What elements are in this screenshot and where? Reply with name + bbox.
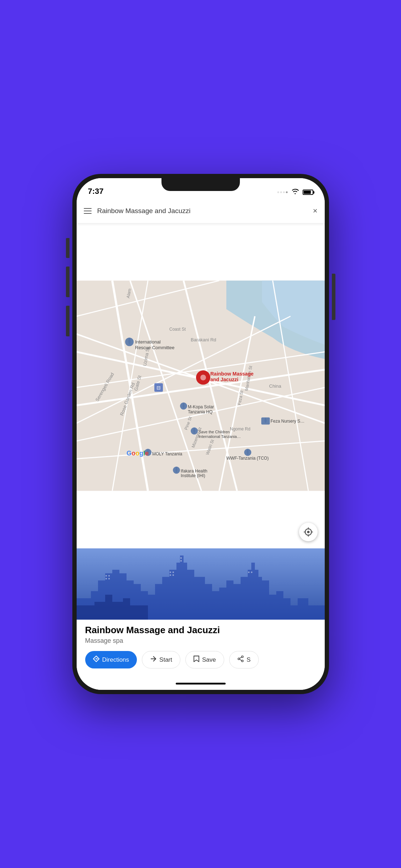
directions-label: Directions — [102, 656, 129, 663]
phone-frame: 7:37 — [72, 174, 329, 694]
map-area[interactable]: Serengeti Road Rose Garden Rd Gate St Uz… — [77, 223, 325, 548]
svg-text:Rainbow Massage: Rainbow Massage — [210, 371, 254, 377]
clear-search-button[interactable]: × — [313, 206, 318, 216]
my-location-button[interactable] — [299, 523, 318, 541]
svg-rect-64 — [108, 578, 110, 579]
svg-text:WWF-Tanzania (TCO): WWF-Tanzania (TCO) — [226, 456, 269, 461]
svg-text:Save the Children: Save the Children — [199, 430, 230, 434]
svg-text:Tanzania HQ: Tanzania HQ — [188, 409, 212, 414]
svg-text:Ifakara Health: Ifakara Health — [181, 469, 207, 474]
place-info: Rainbow Massage and Jacuzzi Massage spa — [77, 620, 325, 645]
home-bar — [176, 683, 226, 684]
save-label: Save — [202, 656, 216, 663]
search-bar[interactable]: Rainbow Massage and Jacuzzi × — [77, 199, 325, 223]
start-icon — [150, 656, 156, 664]
svg-text:MOLY Tanzania: MOLY Tanzania — [152, 451, 182, 456]
share-label: S — [247, 656, 251, 663]
battery-icon — [303, 190, 313, 195]
svg-rect-65 — [170, 572, 171, 573]
wifi-icon — [291, 188, 299, 196]
svg-line-78 — [240, 659, 242, 661]
svg-rect-66 — [173, 572, 174, 573]
svg-rect-72 — [251, 572, 252, 573]
save-icon — [194, 656, 199, 664]
svg-rect-71 — [248, 572, 250, 573]
svg-text:International Tanzania…: International Tanzania… — [199, 434, 241, 439]
svg-rect-63 — [106, 578, 107, 579]
svg-text:Barakani Rd: Barakani Rd — [191, 337, 216, 342]
svg-text:M-Kopa Solar: M-Kopa Solar — [188, 404, 214, 409]
place-type: Massage spa — [85, 637, 316, 645]
svg-text:Ngome Rd: Ngome Rd — [230, 427, 250, 432]
svg-text:Google: Google — [127, 450, 149, 457]
share-icon — [237, 656, 244, 664]
signal-icon — [277, 191, 288, 193]
svg-text:Feza Nursery S…: Feza Nursery S… — [271, 419, 304, 424]
menu-button[interactable] — [84, 208, 92, 214]
status-time: 7:37 — [88, 187, 104, 196]
action-buttons: Directions Start — [77, 645, 325, 677]
map-canvas: Serengeti Road Rose Garden Rd Gate St Uz… — [77, 223, 325, 548]
svg-rect-62 — [108, 575, 110, 577]
place-image — [77, 548, 325, 620]
svg-text:Institute (IHI): Institute (IHI) — [181, 473, 205, 478]
volume-down-button[interactable] — [66, 267, 70, 297]
notch — [161, 178, 240, 191]
svg-text:Rescue Committee: Rescue Committee — [135, 345, 175, 350]
place-name: Rainbow Massage and Jacuzzi — [85, 625, 316, 636]
start-button[interactable]: Start — [142, 651, 180, 668]
svg-text:China: China — [269, 383, 282, 389]
place-panel: Rainbow Massage and Jacuzzi Massage spa … — [77, 548, 325, 677]
start-label: Start — [159, 656, 172, 663]
share-button[interactable]: S — [229, 651, 259, 668]
svg-text:International: International — [135, 339, 161, 345]
svg-point-76 — [238, 658, 240, 660]
svg-text:and Jacuzzi: and Jacuzzi — [210, 377, 238, 382]
directions-icon — [93, 656, 99, 664]
status-icons — [277, 188, 313, 196]
location-icon — [304, 527, 313, 537]
svg-point-74 — [241, 656, 243, 658]
svg-point-59 — [307, 531, 309, 533]
svg-rect-69 — [180, 557, 182, 559]
svg-point-49 — [200, 375, 206, 381]
svg-line-77 — [240, 657, 242, 658]
svg-rect-67 — [170, 574, 171, 576]
svg-rect-61 — [106, 575, 107, 577]
svg-rect-68 — [173, 574, 174, 576]
directions-button[interactable]: Directions — [85, 651, 137, 668]
phone-screen: 7:37 — [77, 178, 325, 690]
svg-text:⊟: ⊟ — [156, 385, 161, 391]
save-button[interactable]: Save — [185, 651, 224, 668]
power-button[interactable] — [332, 274, 335, 320]
mute-button[interactable] — [66, 306, 70, 336]
svg-text:Coast St: Coast St — [169, 327, 186, 332]
home-indicator — [77, 677, 325, 690]
volume-up-button[interactable] — [66, 238, 70, 258]
svg-point-75 — [241, 660, 243, 662]
svg-rect-70 — [180, 560, 182, 562]
search-input[interactable]: Rainbow Massage and Jacuzzi — [97, 207, 307, 215]
